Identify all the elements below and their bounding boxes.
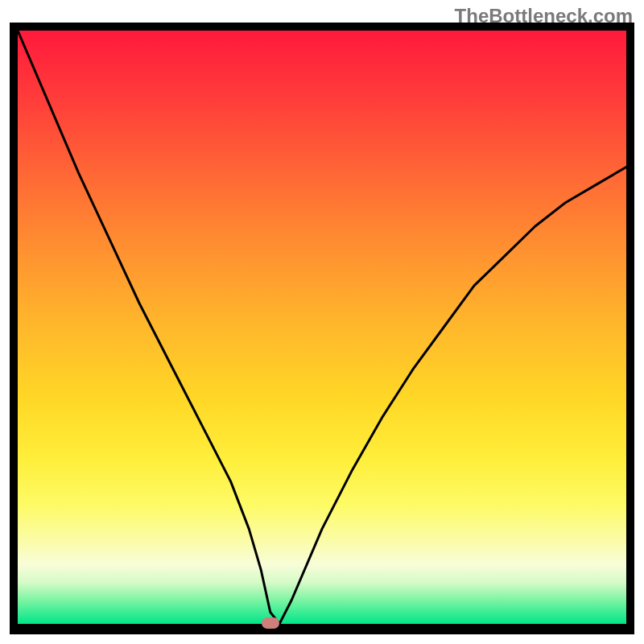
minimum-marker bbox=[262, 617, 279, 629]
chart-frame bbox=[10, 23, 634, 634]
plot-area bbox=[18, 31, 626, 624]
bottleneck-curve bbox=[18, 31, 626, 624]
watermark-text: TheBottleneck.com bbox=[455, 5, 633, 27]
